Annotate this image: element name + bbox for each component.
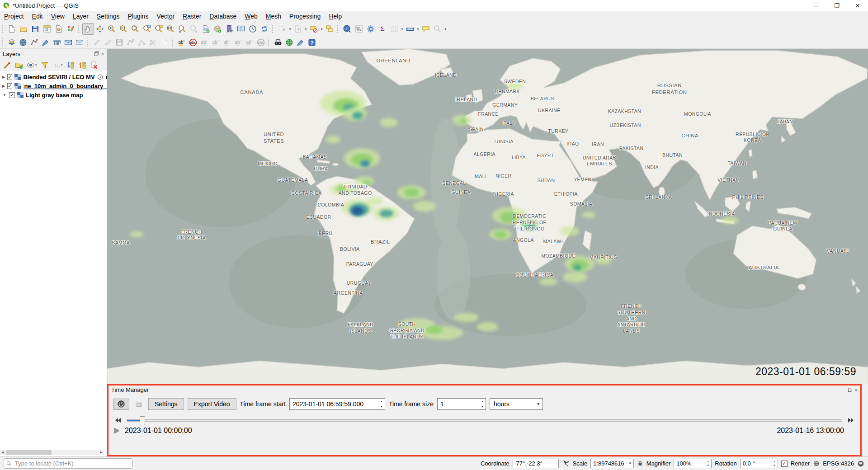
pan-map[interactable] [82,23,94,35]
extents-toggle-icon[interactable] [562,460,570,467]
new-project[interactable] [6,23,18,35]
expand-all[interactable] [65,60,76,70]
measure[interactable] [404,23,416,35]
crs-globe-icon[interactable] [813,460,820,467]
layer-highlight-labels[interactable]: abc [187,37,198,48]
map-tips[interactable] [420,23,432,35]
maximize-button[interactable]: ❐ [826,0,847,11]
play-button[interactable] [113,427,120,434]
menu-vector[interactable]: Vector [152,12,179,21]
scroll-right-icon[interactable]: ▶ [99,450,104,455]
scale-value[interactable]: 1:89748616 [591,460,627,467]
scale-dropdown-icon[interactable]: ▼ [627,459,633,468]
current-edits[interactable] [91,37,102,48]
toolbar-grip[interactable] [2,25,4,33]
pan-to-selection[interactable] [94,23,106,35]
zoom-to-selection[interactable] [153,23,165,35]
show-hidden-labels[interactable]: ab [210,37,221,48]
layer-name[interactable]: Blended SEVIRI / LEO MV [23,74,94,80]
vertex-tool[interactable] [136,37,147,48]
lock-icon[interactable] [637,460,643,467]
menu-raster[interactable]: Raster [179,12,205,21]
toolbar-grip[interactable] [2,38,4,47]
frame-start-value[interactable]: 2023-01-01 06:59:59.000 [290,400,378,408]
locator-input[interactable] [14,460,130,467]
zoom-next[interactable] [188,23,200,35]
tm-float-icon[interactable] [848,388,852,392]
show-bookmarks[interactable] [235,23,247,35]
panel-close-icon[interactable]: × [101,51,104,56]
scroll-left-icon[interactable]: ◀ [0,450,5,455]
select-features[interactable] [276,23,288,35]
panel-float-icon[interactable] [94,52,99,56]
filter-by-expression-dropdown-icon[interactable]: ▾ [61,63,64,67]
toolbar-grip[interactable] [78,25,80,33]
open-layer-styling[interactable] [1,60,13,70]
layer-labeling[interactable]: ab [176,37,187,48]
menu-settings[interactable]: Settings [93,12,124,21]
close-button[interactable]: ✕ [847,0,868,11]
tree-expand-icon[interactable]: ▼ [2,93,7,97]
field-calculator[interactable] [353,23,365,35]
menu-mesh[interactable]: Mesh [262,12,285,21]
pin-labels[interactable]: ab [198,37,210,48]
time-slider[interactable] [127,419,842,422]
save-layer-edits[interactable] [113,37,125,48]
cut-features[interactable] [147,37,159,48]
add-group[interactable] [13,60,24,70]
change-label[interactable]: ab [244,37,255,48]
open-project[interactable] [18,23,29,35]
manage-map-themes[interactable] [25,60,36,70]
metasearch[interactable] [272,37,283,48]
geocoder-search-dropdown-icon[interactable]: ▾ [443,27,448,31]
step-back-icon[interactable] [114,418,122,423]
python-console[interactable] [295,37,306,48]
toolbar-grip[interactable] [268,38,270,47]
paste-features[interactable] [159,37,170,48]
save-project[interactable] [29,23,41,35]
render-checkbox[interactable]: ✓ [781,461,788,467]
toolbar-grip[interactable] [337,25,340,33]
filter-legend[interactable] [39,60,50,70]
tree-expand-icon[interactable]: ▶ [2,84,5,88]
temporal-controller[interactable] [247,23,259,35]
remove-layer[interactable] [88,60,99,70]
spin-up-icon[interactable]: ▲ [705,459,711,464]
zoom-full[interactable] [129,23,141,35]
magnifier-spinbox[interactable]: 100% ▲▼ [674,459,712,468]
add-mesh-layer[interactable] [51,37,62,48]
zoom-last[interactable] [176,23,188,35]
frame-start-spinbox[interactable]: 2023-01-01 06:59:59.000 ▲▼ [289,398,385,410]
spin-down-icon[interactable]: ▼ [771,464,778,468]
layer-visibility-checkbox[interactable]: ✓ [7,83,12,89]
minimize-button[interactable]: — [806,0,826,11]
filter-by-expression[interactable]: ε [51,60,62,70]
zoom-to-layer[interactable] [141,23,153,35]
deselect-all[interactable] [308,23,320,35]
menu-project[interactable]: Project [0,12,28,21]
diagram-options[interactable]: abc [255,37,266,48]
geocoder-search[interactable] [432,23,443,35]
menu-database[interactable]: Database [205,12,241,21]
export-video-button[interactable]: Export Video [188,398,236,410]
add-wms-layer[interactable] [74,37,85,48]
data-source-manager[interactable] [6,37,17,48]
layer-visibility-checkbox[interactable]: ✓ [7,74,12,80]
zoom-out[interactable] [118,23,129,35]
add-vector-layer[interactable] [28,37,40,48]
statistical-summary[interactable]: Σ [377,23,388,35]
spin-up-icon[interactable]: ▲ [479,399,486,404]
quickmap-services[interactable] [283,37,295,48]
deselect-all-dropdown-icon[interactable]: ▾ [320,27,324,31]
rotation-spinbox[interactable]: 0.0 ° ▲▼ [740,459,778,468]
layers-panel-scrollbar[interactable]: ◀ ▶ [0,450,104,455]
select-all[interactable] [324,23,335,35]
layer-row[interactable]: ▶✓ne_10m_admin_0_boundary_li [0,81,107,90]
coordinate-field[interactable] [513,459,559,468]
new-spatial-bookmark[interactable] [223,23,235,35]
crs-value[interactable]: EPSG:4326 [823,460,854,467]
processing-toolbox[interactable] [365,23,377,35]
rotation-value[interactable]: 0.0 ° [741,460,771,467]
spin-up-icon[interactable]: ▲ [771,459,778,464]
zoom-native[interactable]: 1:1 [165,23,176,35]
